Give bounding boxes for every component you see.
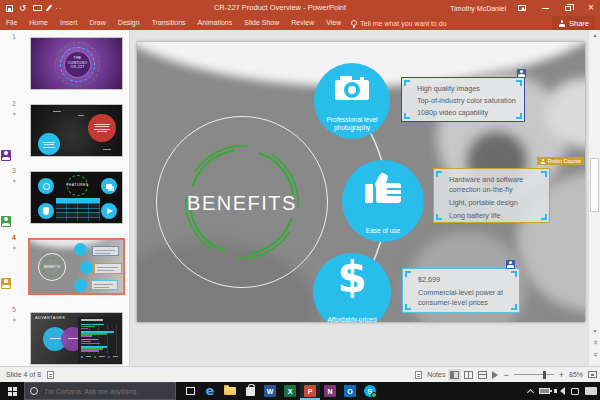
- zoom-level[interactable]: 85%: [569, 371, 583, 378]
- slide-sorter-view-button[interactable]: [464, 371, 473, 379]
- thumbnail-slide-1[interactable]: THE CONTOSO CR-227: [30, 37, 123, 90]
- slide-show-button[interactable]: [492, 371, 498, 379]
- powerpoint-window: ↺ ·· CR-227 Product Overview - PowerPoin…: [0, 0, 600, 400]
- tab-transitions[interactable]: Transitions: [146, 16, 192, 30]
- tab-animations[interactable]: Animations: [192, 16, 239, 30]
- coauthor-flag-icon[interactable]: [517, 69, 526, 78]
- reading-view-button[interactable]: [478, 371, 487, 379]
- file-explorer-button[interactable]: [220, 382, 240, 400]
- onenote-button[interactable]: N: [320, 382, 340, 400]
- tab-home[interactable]: Home: [23, 16, 54, 30]
- selection-handle[interactable]: [404, 80, 410, 86]
- tab-file[interactable]: File: [0, 16, 23, 30]
- next-slide-button[interactable]: »: [589, 350, 600, 359]
- fit-slide-to-window-button[interactable]: [588, 371, 597, 378]
- cortana-search-input[interactable]: [43, 387, 163, 396]
- selection-handle[interactable]: [404, 113, 410, 119]
- thumbnail-slide-2[interactable]: [30, 104, 123, 157]
- slide-1-number: 1: [12, 33, 16, 40]
- notes-toggle[interactable]: Notes: [427, 371, 445, 378]
- ribbon-display-icon: [518, 5, 526, 11]
- tab-draw[interactable]: Draw: [83, 16, 111, 30]
- powerpoint-button-active[interactable]: P: [300, 382, 320, 400]
- tab-slide-show[interactable]: Slide Show: [238, 16, 285, 30]
- show-hidden-icons-chevron[interactable]: [527, 388, 534, 395]
- zoom-in-button[interactable]: +: [559, 370, 564, 380]
- account-name[interactable]: Timothy McDaniel: [450, 5, 506, 12]
- outlook-button[interactable]: O: [340, 382, 360, 400]
- textbox-price-notes[interactable]: $2,699 Commercial-level power at consume…: [402, 268, 520, 313]
- selection-handle[interactable]: [405, 271, 411, 277]
- bubble-affordably-priced-label: Affordably-priced: [319, 316, 385, 322]
- tab-design[interactable]: Design: [112, 16, 146, 30]
- aperture-icon: [43, 183, 50, 190]
- tab-review[interactable]: Review: [285, 16, 320, 30]
- zoom-slider[interactable]: [514, 374, 554, 375]
- battery-icon[interactable]: [539, 388, 550, 394]
- word-button[interactable]: W: [260, 382, 280, 400]
- undo-button[interactable]: ↺: [19, 2, 27, 14]
- textbox-line: Commercial-level power at consumer-level…: [418, 288, 517, 307]
- save-icon: [6, 5, 13, 12]
- bubble-affordably-priced[interactable]: $ Affordably-priced: [313, 253, 391, 322]
- ribbon-display-options-button[interactable]: [515, 0, 529, 16]
- start-button[interactable]: [0, 382, 24, 400]
- zoom-slider-handle[interactable]: [543, 371, 546, 379]
- excel-button[interactable]: X: [280, 382, 300, 400]
- customize-quick-access-button[interactable]: ··: [56, 2, 63, 14]
- scroll-up-icon[interactable]: ▲: [589, 32, 600, 38]
- edge-button[interactable]: e: [200, 382, 220, 400]
- thumbnail-slide-4-selected[interactable]: BENEFITS: [28, 238, 125, 295]
- store-bag-icon: [246, 387, 255, 396]
- tray-indicator[interactable]: [585, 387, 597, 395]
- selection-handle[interactable]: [436, 214, 442, 220]
- edge-icon: e: [206, 384, 215, 398]
- person-icon: [540, 158, 546, 164]
- collaborator-presence-icon-purple[interactable]: [1, 150, 11, 161]
- windows-logo-icon: [8, 387, 17, 396]
- collaborator-presence-icon-gold[interactable]: [1, 278, 11, 289]
- save-button[interactable]: [6, 2, 13, 14]
- volume-icon[interactable]: [556, 387, 565, 395]
- thumbnail-slide-5[interactable]: ADVANTAGES: [30, 312, 123, 365]
- slide-canvas[interactable]: BENEFITS Professional level photography …: [137, 42, 585, 322]
- thumbnail-3-title: FEATURES: [57, 183, 98, 187]
- start-presentation-button[interactable]: [33, 2, 42, 14]
- restore-button[interactable]: [561, 0, 575, 16]
- close-button[interactable]: ×: [584, 0, 598, 16]
- bubble-ease-of-use[interactable]: Ease of use: [342, 160, 424, 242]
- folder-icon: [224, 387, 236, 395]
- ribbon-tab-bar: File Home Insert Draw Design Transitions…: [0, 16, 600, 30]
- slide-title[interactable]: BENEFITS: [156, 192, 328, 215]
- collaborator-presence-icon-green[interactable]: [1, 216, 11, 227]
- bubble-photography[interactable]: Professional level photography: [314, 63, 390, 139]
- tell-me-box[interactable]: Tell me what you want to do: [351, 20, 446, 27]
- textbox-photography-notes[interactable]: High quality images Top-of-industry colo…: [401, 77, 525, 122]
- slide-2-number: 2: [12, 100, 16, 107]
- selection-handle[interactable]: [436, 171, 442, 177]
- textbox-line: Hardware and software correction on-the-…: [449, 175, 547, 194]
- previous-slide-button[interactable]: «: [589, 338, 600, 347]
- thumbnail-slide-3[interactable]: FEATURES: [30, 171, 123, 224]
- tab-insert[interactable]: Insert: [54, 16, 84, 30]
- textbox-ease-of-use-notes[interactable]: Robin Counts Hardware and software corre…: [433, 168, 550, 223]
- share-button[interactable]: Share: [552, 16, 595, 30]
- normal-view-button[interactable]: [450, 371, 459, 379]
- skype-button[interactable]: S: [360, 382, 380, 400]
- vertical-scrollbar[interactable]: ▲ ▼ « »: [588, 30, 600, 366]
- store-button[interactable]: [240, 382, 260, 400]
- selection-handle[interactable]: [405, 304, 411, 310]
- notes-page-icon[interactable]: [47, 371, 54, 379]
- zoom-out-button[interactable]: −: [503, 370, 508, 380]
- action-center-icon[interactable]: [571, 388, 579, 395]
- coauthor-name: Robin Counts: [548, 158, 581, 164]
- cortana-search-box[interactable]: [24, 382, 176, 400]
- coauthor-flag-icon[interactable]: [506, 260, 515, 269]
- tab-view[interactable]: View: [320, 16, 347, 30]
- scroll-down-icon[interactable]: ▼: [589, 328, 600, 334]
- task-view-button[interactable]: [180, 382, 200, 400]
- minimize-button[interactable]: [538, 0, 552, 16]
- scrollbar-thumb[interactable]: [590, 158, 599, 212]
- draw-button[interactable]: [48, 2, 50, 14]
- slide-4-number: 4: [12, 234, 16, 241]
